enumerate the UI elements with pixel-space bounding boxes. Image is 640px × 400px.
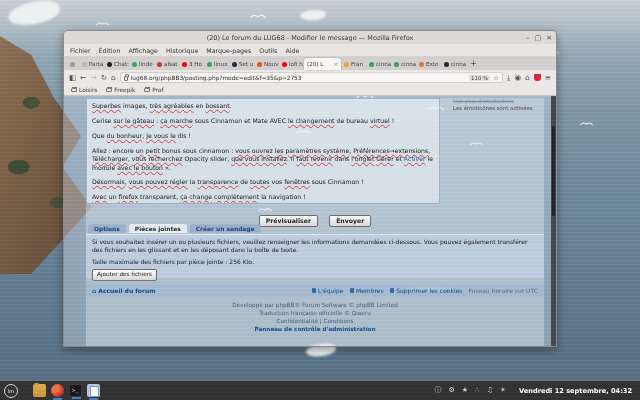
- close-button[interactable]: ✕: [546, 34, 552, 42]
- menu-item-marquepages[interactable]: Marque-pages: [206, 47, 251, 54]
- maximize-button[interactable]: ▢: [535, 34, 542, 42]
- bookmark-folder[interactable]: Loisirs: [71, 87, 97, 93]
- tab-label: Fran: [351, 61, 363, 67]
- back-icon[interactable]: ←: [80, 74, 86, 82]
- download-icon[interactable]: ⤓: [507, 74, 510, 82]
- panel-tab-crerunsondage[interactable]: Créer un sondage: [190, 224, 261, 233]
- app-menu-icon[interactable]: ≡: [545, 74, 551, 82]
- tab-close-icon[interactable]: ×: [333, 61, 338, 67]
- panel-tab-options[interactable]: Options: [88, 224, 126, 233]
- menu-item-aide[interactable]: Aide: [285, 47, 299, 54]
- zoom-level-indicator[interactable]: 110 %: [469, 75, 490, 81]
- message-text: la: [188, 178, 197, 185]
- taskbar-clock[interactable]: Vendredi 12 septembre, 04:32: [519, 387, 632, 395]
- favorites-icon[interactable]: ★: [462, 387, 468, 394]
- message-text: un: [107, 193, 119, 200]
- forum-home-link[interactable]: ⌂ Accueil du forum: [92, 287, 155, 294]
- message-text: très agréables: [150, 102, 194, 109]
- network-icon[interactable]: ∴: [475, 387, 479, 394]
- message-text: avec le bouton: [117, 164, 163, 171]
- browser-tab[interactable]: 3 Ho: [179, 58, 204, 70]
- browser-tab[interactable]: Fran: [341, 58, 366, 70]
- message-text: ça change: [180, 193, 212, 200]
- browser-tab[interactable]: Nouv: [254, 58, 279, 70]
- browser-tab[interactable]: Parta: [79, 58, 104, 70]
- url-bar[interactable]: lug68.org/phpBB3/posting.php?mode=edit&f…: [120, 72, 503, 83]
- browser-tab[interactable]: Exte: [416, 58, 441, 70]
- terminal-icon[interactable]: [69, 384, 82, 397]
- forward-icon[interactable]: →: [90, 74, 96, 82]
- ublock-icon[interactable]: [534, 74, 541, 81]
- menu-item-historique[interactable]: Historique: [166, 47, 198, 54]
- info-icon[interactable]: ⓘ: [434, 387, 441, 394]
- footer-link[interactable]: Supprimer les cookies: [390, 287, 463, 294]
- tray-icons: ⓘ⚙★∴♫☀: [434, 387, 506, 394]
- message-text: Avec: [92, 193, 107, 200]
- tab-favicon: [232, 62, 237, 67]
- browser-tab[interactable]: alsat: [154, 58, 179, 70]
- home-icon: ⌂: [92, 287, 96, 294]
- message-text: transparent,: [138, 193, 180, 200]
- message-text: images,: [121, 102, 149, 109]
- message-text: dans: [333, 155, 352, 162]
- settings-icon[interactable]: ⚙: [448, 387, 454, 394]
- browser-tab[interactable]: linux: [204, 58, 229, 70]
- footer-link[interactable]: Membres: [350, 287, 384, 294]
- text-editor-icon[interactable]: [87, 384, 100, 397]
- footer-link-label: L'équipe: [318, 287, 343, 294]
- bookmark-folder[interactable]: Freepik: [106, 87, 135, 93]
- sidebar-toggle-icon[interactable]: ◧: [69, 74, 76, 82]
- firefox-icon[interactable]: [51, 384, 64, 397]
- preview-button[interactable]: Prévisualiser: [259, 215, 318, 227]
- message-text: .: [230, 102, 232, 109]
- bookmark-label: Freepik: [114, 87, 135, 93]
- message-text: du bonheur: [107, 132, 143, 139]
- browser-tab[interactable]: [66, 58, 79, 70]
- browser-tab[interactable]: (20) L×: [304, 58, 341, 70]
- browser-tab[interactable]: cinna: [441, 58, 466, 70]
- bookmark-folder[interactable]: Prof: [144, 87, 163, 93]
- new-tab-button[interactable]: +: [466, 59, 481, 68]
- menu-item-dition[interactable]: Édition: [99, 47, 121, 54]
- extension-icon[interactable]: ⌂: [525, 74, 530, 82]
- reload-icon[interactable]: ↻: [101, 74, 107, 82]
- message-text: Préférences→extensions: [353, 147, 428, 154]
- message-text: virtuel: [370, 117, 390, 124]
- media-player-icon[interactable]: ♫: [486, 387, 492, 394]
- message-text: transparence: [197, 178, 238, 185]
- files-icon[interactable]: [33, 384, 46, 397]
- footer-links: L'équipeMembresSupprimer les cookiesFuse…: [312, 287, 538, 294]
- browser-tab[interactable]: lofi h: [279, 58, 304, 70]
- tab-favicon: [182, 62, 187, 67]
- bookmark-star-icon[interactable]: ☆: [493, 74, 499, 82]
- browser-tab[interactable]: Set u: [229, 58, 254, 70]
- menu-item-outils[interactable]: Outils: [259, 47, 277, 54]
- scrollbar[interactable]: [551, 96, 556, 347]
- panel-tab-picesjointes[interactable]: Pièces jointes: [129, 224, 187, 233]
- footer-link[interactable]: L'équipe: [312, 287, 344, 294]
- tab-favicon: [207, 62, 212, 67]
- bookmarks-toolbar: LoisirsFreepikProf: [64, 85, 556, 96]
- message-text: vous recherchez: [132, 155, 183, 162]
- account-icon[interactable]: ◉: [514, 74, 521, 82]
- browser-tab[interactable]: cinna: [391, 58, 416, 70]
- browser-tab[interactable]: linde: [129, 58, 154, 70]
- scrollbar-thumb[interactable]: [552, 126, 555, 216]
- tab-favicon: [70, 62, 75, 67]
- menu-item-fichier[interactable]: Fichier: [70, 47, 91, 54]
- credits-line: Panneau de contrôle d'administration: [86, 325, 544, 333]
- tab-label: cinna: [376, 61, 391, 67]
- browser-tab[interactable]: cinna: [366, 58, 391, 70]
- mint-menu-button[interactable]: lm: [4, 384, 18, 398]
- window-titlebar[interactable]: (20) Le forum du LUG68 - Modifier le mes…: [64, 31, 556, 44]
- home-icon[interactable]: ⌂: [111, 74, 116, 82]
- minimize-button[interactable]: –: [526, 34, 530, 42]
- browser-tab[interactable]: Chat:: [104, 58, 129, 70]
- forum-footer-bar: ⌂ Accueil du forum L'équipeMembresSuppri…: [86, 284, 544, 297]
- brightness-icon[interactable]: ☀: [500, 387, 506, 394]
- submit-button[interactable]: Envoyer: [329, 215, 371, 227]
- menu-item-affichage[interactable]: Affichage: [128, 47, 158, 54]
- more-smilies-link[interactable]: Voir plus d'émoticônes: [453, 98, 543, 105]
- add-files-button[interactable]: Ajouter des fichiers: [92, 269, 157, 281]
- message-textarea[interactable]: Superbes images, très agréables en bossa…: [86, 98, 440, 204]
